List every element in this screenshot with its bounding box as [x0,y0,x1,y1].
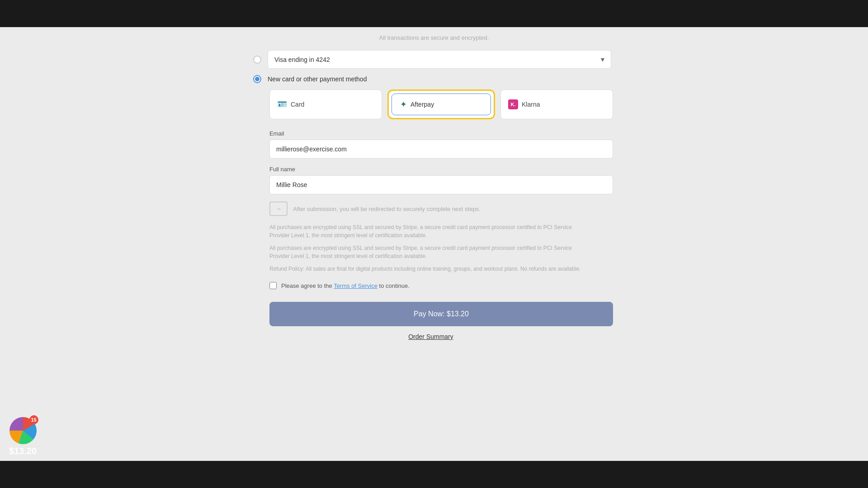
email-input[interactable] [269,140,613,159]
page-container: All transactions are secure and encrypte… [249,34,619,341]
fullname-input[interactable] [269,175,613,194]
tos-link[interactable]: Terms of Service [334,282,377,289]
klarna-label: Klarna [522,101,540,108]
order-summary-link[interactable]: Order Summary [408,333,453,340]
redirect-notice: → After submission, you will be redirect… [249,202,619,216]
afterpay-yellow-border: ✦ Afterpay [387,89,495,119]
payment-methods-section: 🪪 Card ✦ Afterpay K. Klarna [249,89,619,119]
card-payment-option[interactable]: 🪪 Card [269,89,382,119]
bottom-bar [0,461,868,488]
klarna-payment-option[interactable]: K. Klarna [500,89,613,119]
radio-saved-card[interactable] [253,56,261,64]
tos-checkbox[interactable] [269,282,277,289]
order-summary-container: Order Summary [249,333,592,341]
refund-policy: Refund Policy: All sales are final for d… [249,265,592,273]
fullname-label: Full name [269,166,619,173]
legal-text-1: All purchases are encrypted using SSL an… [249,223,592,239]
afterpay-label: Afterpay [410,101,434,108]
dropdown-arrow-icon: ▾ [601,55,604,64]
klarna-logo: K. [508,99,518,109]
badge-count: 15 [29,415,38,424]
saved-card-row: Visa ending in 4242 ▾ [249,50,619,69]
card-label: Card [291,101,304,108]
new-payment-row: New card or other payment method [249,75,619,83]
afterpay-payment-option[interactable]: ✦ Afterpay [392,94,491,115]
payment-methods-row: 🪪 Card ✦ Afterpay K. Klarna [269,89,613,119]
security-notice: All transactions are secure and encrypte… [249,34,619,41]
content-area: All transactions are secure and encrypte… [0,27,868,461]
visa-label: Visa ending in 4242 [274,56,330,63]
card-icon: 🪪 [277,99,287,109]
badge-price: $13.20 [9,446,37,456]
new-payment-label: New card or other payment method [268,75,367,83]
legal-text-2: All purchases are encrypted using SSL an… [249,244,592,260]
pay-now-button[interactable]: Pay Now: $13.20 [269,302,613,326]
badge-container: 15 $13.20 [9,417,37,456]
fullname-section: Full name [249,166,619,194]
email-label: Email [269,130,619,137]
badge-icon: 15 [9,417,37,444]
tos-row: Please agree to the Terms of Service to … [249,282,592,289]
tos-text: Please agree to the Terms of Service to … [281,282,410,289]
pay-button-container: Pay Now: $13.20 [249,302,619,326]
top-bar [0,0,868,27]
afterpay-icon: ✦ [400,99,407,109]
visa-dropdown[interactable]: Visa ending in 4242 ▾ [268,50,611,69]
redirect-icon: → [269,202,288,216]
email-section: Email [249,130,619,159]
radio-new-method[interactable] [253,75,261,83]
afterpay-highlight-wrapper: ✦ Afterpay [387,89,495,119]
redirect-text: After submission, you will be redirected… [293,206,481,212]
